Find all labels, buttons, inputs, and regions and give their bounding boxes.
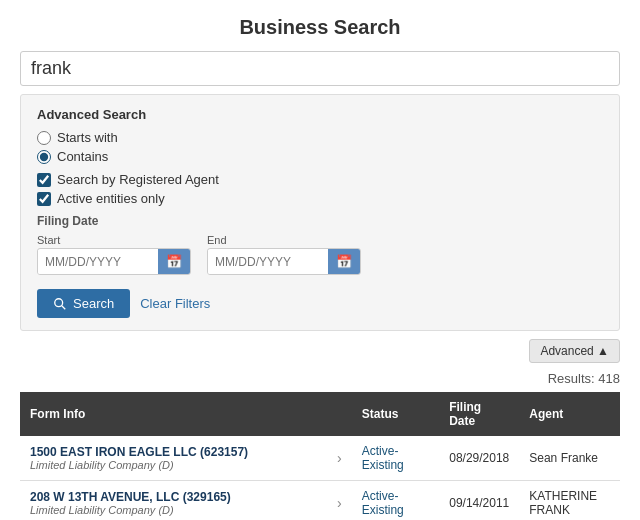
end-date-label: End [207,234,361,246]
results-table-header: Form Info Status Filing Date Agent [20,392,620,436]
checkbox-group: Search by Registered Agent Active entiti… [37,172,603,206]
start-calendar-icon: 📅 [166,254,182,269]
agent-cell: Sean Franke [519,436,620,481]
business-type: Limited Liability Company (D) [30,459,317,471]
filing-date-label: Filing Date [37,214,603,228]
checkbox-registered-agent[interactable]: Search by Registered Agent [37,172,603,187]
col-filing-date: Filing Date [439,392,519,436]
radio-contains-label: Contains [57,149,108,164]
svg-line-1 [62,305,66,309]
form-info-cell: 1500 EAST IRON EAGLE LLC (623157) Limite… [20,436,327,481]
results-tbody: 1500 EAST IRON EAGLE LLC (623157) Limite… [20,436,620,520]
business-name: 1500 EAST IRON EAGLE LLC (623157) [30,445,317,459]
search-box-container [20,51,620,86]
end-calendar-button[interactable]: 📅 [328,249,360,274]
filing-date-cell: 08/29/2018 [439,436,519,481]
form-info-cell: 208 W 13TH AVENUE, LLC (329165) Limited … [20,481,327,521]
col-form-info: Form Info [20,392,327,436]
date-row: Start 📅 End 📅 [37,234,603,275]
page-container: Business Search Advanced Search Starts w… [0,0,640,520]
chevron-icon: › [337,450,342,466]
advanced-search-title: Advanced Search [37,107,603,122]
start-date-label: Start [37,234,191,246]
checkbox-active-entities-input[interactable] [37,192,51,206]
col-status: Status [352,392,439,436]
results-table: Form Info Status Filing Date Agent 1500 … [20,392,620,520]
button-row: Search Clear Filters [37,289,603,318]
end-date-field: End 📅 [207,234,361,275]
radio-starts-with[interactable]: Starts with [37,130,603,145]
checkbox-registered-agent-input[interactable] [37,173,51,187]
status-cell: Active-Existing [352,436,439,481]
checkbox-registered-agent-label: Search by Registered Agent [57,172,219,187]
radio-contains[interactable]: Contains [37,149,603,164]
chevron-cell: › [327,436,352,481]
filing-date-cell: 09/14/2011 [439,481,519,521]
radio-starts-with-input[interactable] [37,131,51,145]
col-chevron-spacer [327,392,352,436]
table-row[interactable]: 1500 EAST IRON EAGLE LLC (623157) Limite… [20,436,620,481]
radio-contains-input[interactable] [37,150,51,164]
start-date-wrapper: 📅 [37,248,191,275]
col-agent: Agent [519,392,620,436]
start-date-input[interactable] [38,250,158,274]
advanced-toggle-row: Advanced ▲ [20,339,620,363]
end-date-wrapper: 📅 [207,248,361,275]
advanced-search-panel: Advanced Search Starts with Contains Sea… [20,94,620,331]
status-cell: Active-Existing [352,481,439,521]
checkbox-active-entities[interactable]: Active entities only [37,191,603,206]
table-row[interactable]: 208 W 13TH AVENUE, LLC (329165) Limited … [20,481,620,521]
svg-point-0 [55,298,63,306]
chevron-icon: › [337,495,342,511]
agent-cell: KATHERINE FRANK [519,481,620,521]
search-button[interactable]: Search [37,289,130,318]
radio-group: Starts with Contains [37,130,603,164]
results-count: Results: 418 [20,371,620,386]
chevron-cell: › [327,481,352,521]
end-calendar-icon: 📅 [336,254,352,269]
radio-starts-with-label: Starts with [57,130,118,145]
business-name: 208 W 13TH AVENUE, LLC (329165) [30,490,317,504]
clear-filters-button[interactable]: Clear Filters [140,296,210,311]
business-type: Limited Liability Company (D) [30,504,317,516]
checkbox-active-entities-label: Active entities only [57,191,165,206]
start-calendar-button[interactable]: 📅 [158,249,190,274]
search-icon [53,297,67,311]
search-input[interactable] [31,58,609,79]
start-date-field: Start 📅 [37,234,191,275]
advanced-toggle-button[interactable]: Advanced ▲ [529,339,620,363]
end-date-input[interactable] [208,250,328,274]
search-button-label: Search [73,296,114,311]
page-title: Business Search [20,16,620,39]
